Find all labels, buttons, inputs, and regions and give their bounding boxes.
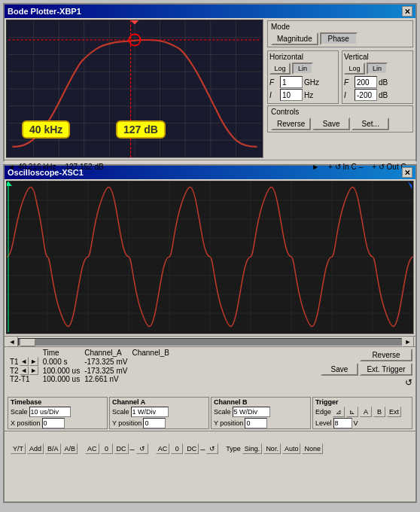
controls-group: Controls Reverse Save Set... [267, 105, 413, 133]
t2-left-btn[interactable]: ◄ [20, 366, 29, 375]
hscroll-thumb[interactable] [20, 339, 35, 346]
trigger-sing-btn[interactable]: Sing. [242, 443, 263, 454]
trigger-a-btn[interactable]: A [360, 407, 372, 417]
t2t1-row: T2-T1 100.000 us 12.661 nV [8, 375, 172, 383]
t2-cha-value: -173.325 mV [82, 366, 129, 375]
trigger-level-input[interactable] [333, 418, 352, 428]
ba-button[interactable]: B/A [45, 443, 61, 454]
v-f-label: F [344, 78, 353, 87]
cha-coupling-buttons: AC 0 DC – ↺ [82, 433, 151, 465]
hscroll-track[interactable] [18, 338, 402, 346]
set-button[interactable]: Set... [352, 117, 389, 130]
bode-plus-in: + ↺ In C – [328, 163, 363, 171]
chb-dc-btn[interactable]: DC [184, 443, 199, 454]
cha-dc-btn[interactable]: DC [114, 443, 129, 454]
meas-empty [8, 349, 41, 357]
channel-b-section: Channel B Scale Y position [211, 397, 311, 429]
hscroll-right[interactable]: ► [402, 337, 414, 347]
v-lin-button[interactable]: Lin [367, 62, 388, 75]
t1-chb-value [129, 357, 171, 366]
t2-right-btn[interactable]: ► [29, 366, 38, 375]
cha-ac-btn[interactable]: AC [85, 443, 99, 454]
trigger-type-buttons: Type Sing. Nor. Auto None [223, 433, 326, 465]
ab-button[interactable]: A/B [62, 443, 78, 454]
measurements-table: Time Channel_A Channel_B T1 ◄ ► 0.000 s … [8, 349, 318, 394]
chb-ypos-input[interactable] [245, 418, 267, 428]
v-i-label: I [344, 91, 353, 99]
trigger-none-btn[interactable]: None [302, 443, 323, 454]
cha-scale-input[interactable] [131, 407, 169, 417]
trigger-label: Trigger [315, 398, 409, 406]
chb-refresh-btn[interactable]: ↺ [206, 443, 218, 454]
t2-chb-value [129, 366, 171, 375]
bode-plotter-window: Bode Plotter-XBP1 ✕ [3, 3, 417, 161]
t1-row: T1 ◄ ► 0.000 s -173.325 mV [8, 357, 172, 366]
t1-label: T1 [10, 358, 19, 366]
osc-close-button[interactable]: ✕ [402, 167, 412, 178]
trigger-auto-btn[interactable]: Auto [282, 443, 301, 454]
chb-scale-label: Scale [214, 408, 231, 416]
v-i-input[interactable] [355, 89, 377, 101]
bode-plot-area: 40 kHz 127 dB [6, 20, 263, 158]
h-f-input[interactable] [280, 76, 303, 88]
osc-reverse-button[interactable]: Reverse [360, 349, 412, 361]
edge-rise-btn[interactable]: ⊿ [333, 407, 345, 417]
h-log-button[interactable]: Log [269, 62, 291, 75]
cha-0-btn[interactable]: 0 [101, 443, 113, 454]
cha-scale-label: Scale [112, 408, 129, 416]
v-f-input[interactable] [355, 76, 377, 88]
channel-a-label: Channel A [112, 398, 206, 406]
level-label: Level [315, 419, 332, 427]
trigger-nor-btn[interactable]: Nor. [263, 443, 281, 454]
h-f-label: F [269, 78, 278, 87]
t2-row: T2 ◄ ► 100.000 us -173.325 mV [8, 366, 172, 375]
trigger-b-btn[interactable]: B [373, 407, 385, 417]
bode-close-button[interactable]: ✕ [402, 6, 412, 17]
meas-time-header: Time [41, 349, 83, 357]
osc-save-button[interactable]: Save [321, 363, 358, 376]
timebase-section: Timebase Scale X position [8, 397, 108, 429]
t1-right-btn[interactable]: ► [29, 357, 38, 366]
osc-measurements: Time Channel_A Channel_B T1 ◄ ► 0.000 s … [5, 346, 415, 395]
edge-fall-btn[interactable]: ⊾ [346, 407, 358, 417]
h-f-unit: GHz [304, 78, 327, 87]
v-log-button[interactable]: Log [344, 62, 365, 75]
chb-scale-input[interactable] [233, 407, 270, 417]
t1-cha-value: -173.325 mV [82, 357, 129, 366]
osc-controls-row1: Timebase Scale X position Channel A Scal… [5, 395, 415, 431]
t2t1-chb-value [129, 375, 171, 383]
v-f-unit: dB [379, 78, 401, 87]
osc-hscrollbar[interactable]: ◄ ► [5, 336, 415, 346]
osc-controls-row2: Y/T Add B/A A/B AC 0 DC – ↺ AC 0 DC – [5, 431, 415, 466]
timebase-xpos-input[interactable] [42, 418, 65, 428]
magnitude-button[interactable]: Magnitude [271, 32, 318, 45]
t1-left-btn[interactable]: ◄ [20, 357, 29, 366]
chb-coupling-buttons: AC 0 DC – ↺ [153, 433, 222, 465]
chb-ac-btn[interactable]: AC [156, 443, 170, 454]
trigger-ext-btn[interactable]: Ext [387, 407, 401, 417]
t2t1-cha-value: 12.661 nV [82, 375, 129, 383]
reverse-button[interactable]: Reverse [271, 117, 311, 130]
channel-b-label: Channel B [214, 398, 308, 406]
h-i-input[interactable] [280, 89, 303, 101]
h-i-label: I [269, 91, 278, 99]
yt-button[interactable]: Y/T [11, 443, 26, 454]
hscroll-left[interactable]: ◄ [6, 337, 18, 347]
timebase-label: Timebase [11, 398, 105, 406]
cha-refresh-btn[interactable]: ↺ [136, 443, 148, 454]
bode-right-arrow[interactable]: ► [312, 163, 319, 171]
add-button[interactable]: Add [27, 443, 44, 454]
timebase-scale-label: Scale [11, 408, 28, 416]
h-lin-button[interactable]: Lin [292, 62, 313, 75]
meas-right-buttons: Reverse Save Ext. Trigger ↺ [321, 349, 412, 394]
timebase-scale-input[interactable] [29, 407, 71, 417]
chb-0-btn[interactable]: 0 [171, 443, 183, 454]
phase-button[interactable]: Phase [320, 32, 358, 45]
meas-cha-header: Channel_A [82, 349, 129, 357]
meas-chb-header: Channel_B [129, 349, 171, 357]
mode-label: Mode [271, 23, 409, 31]
save-button[interactable]: Save [312, 117, 350, 130]
cha-ypos-input[interactable] [143, 418, 166, 428]
ext-trigger-button[interactable]: Ext. Trigger [360, 363, 412, 376]
trigger-type-label: Type [226, 445, 241, 453]
